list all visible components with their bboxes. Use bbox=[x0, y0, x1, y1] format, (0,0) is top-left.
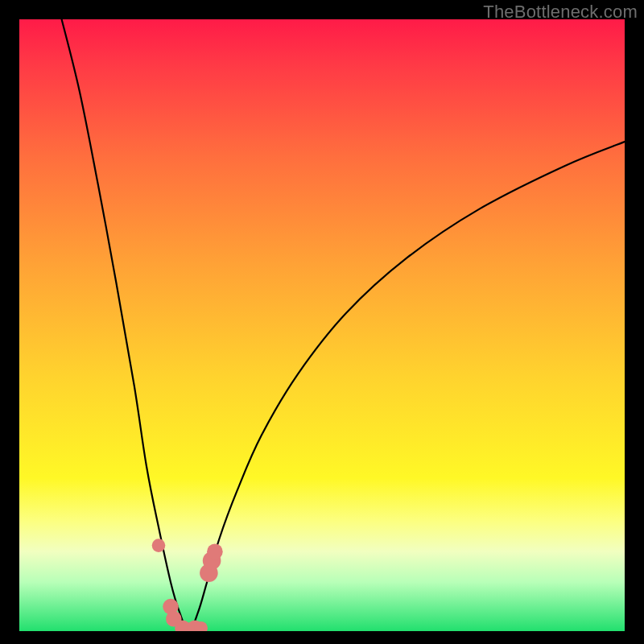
chart-frame bbox=[19, 19, 625, 631]
data-point-marker bbox=[152, 539, 166, 552]
curve-markers bbox=[152, 539, 223, 631]
bottleneck-curve bbox=[62, 19, 625, 631]
watermark-text: TheBottleneck.com bbox=[483, 2, 638, 23]
data-point-marker bbox=[207, 543, 223, 559]
bottleneck-chart bbox=[19, 19, 625, 631]
